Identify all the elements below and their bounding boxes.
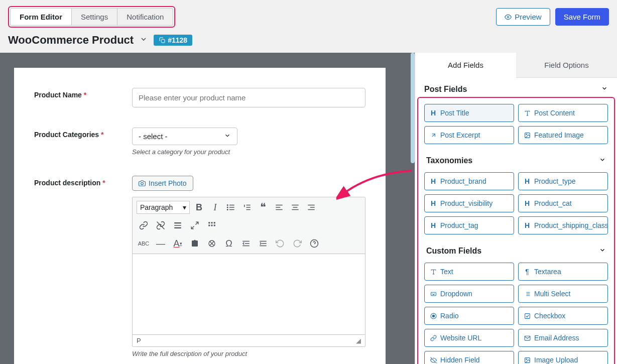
field-product-type[interactable]: HProduct_type [518, 172, 608, 190]
svg-rect-23 [174, 225, 181, 226]
text-icon [524, 109, 531, 116]
list-icon [524, 290, 531, 297]
readmore-button[interactable] [171, 218, 185, 232]
section-taxonomies[interactable]: Taxonomies [424, 151, 608, 172]
field-hidden-field[interactable]: Hidden Field [424, 351, 514, 364]
bold-button[interactable]: B [192, 200, 206, 214]
special-char-button[interactable]: Ω [222, 236, 236, 251]
tab-form-editor[interactable]: Form Editor [10, 8, 72, 26]
redo-button[interactable] [290, 236, 304, 251]
chevron-down-icon [599, 156, 606, 165]
svg-point-46 [526, 134, 527, 135]
preview-button[interactable]: Preview [496, 8, 550, 26]
tab-field-options[interactable]: Field Options [516, 53, 617, 78]
chevron-down-icon [224, 132, 231, 141]
svg-rect-27 [208, 222, 210, 223]
field-post-content[interactable]: Post Content [518, 104, 608, 122]
svg-rect-1 [162, 40, 165, 43]
blockquote-button[interactable]: ❝ [256, 200, 270, 214]
select-value: - select - [139, 132, 168, 141]
eye-icon [505, 14, 512, 21]
heading-icon: H [524, 178, 531, 185]
tab-add-fields[interactable]: Add Fields [415, 53, 516, 78]
svg-rect-28 [211, 222, 213, 223]
paragraph-select[interactable]: Paragraph▾ [137, 201, 190, 214]
field-dropdown[interactable]: Dropdown [424, 285, 514, 303]
field-email-address[interactable]: Email Address [518, 329, 608, 347]
link-icon [430, 334, 437, 341]
paste-text-button[interactable] [188, 236, 202, 251]
section-post-fields[interactable]: Post Fields [415, 78, 617, 96]
heading-icon: H [524, 200, 531, 207]
form-id-badge[interactable]: #1128 [154, 35, 192, 46]
text-icon [430, 268, 437, 275]
align-right-button[interactable] [304, 200, 318, 214]
tab-settings[interactable]: Settings [72, 8, 117, 26]
field-product-cat[interactable]: HProduct_cat [518, 194, 608, 212]
heading-icon: H [430, 178, 437, 185]
product-name-input[interactable] [132, 88, 365, 107]
field-post-excerpt[interactable]: Post Excerpt [424, 126, 514, 144]
resize-handle[interactable]: ◢ [356, 337, 361, 344]
unlink-button[interactable] [154, 218, 168, 232]
copy-icon [159, 37, 166, 44]
svg-rect-22 [174, 222, 181, 223]
title-dropdown-icon[interactable] [140, 35, 148, 45]
svg-point-6 [227, 205, 228, 206]
indent-button[interactable] [256, 236, 270, 251]
link-button[interactable] [137, 218, 151, 232]
ordered-list-button[interactable] [240, 200, 254, 214]
product-categories-select[interactable]: - select - [132, 128, 237, 145]
field-product-tag[interactable]: HProduct_tag [424, 216, 514, 234]
heading-icon: H [430, 222, 437, 229]
clear-format-button[interactable] [205, 236, 219, 251]
insert-photo-button[interactable]: Insert Photo [132, 176, 193, 191]
field-image-upload[interactable]: Image Upload [518, 351, 608, 364]
heading-icon: H [430, 200, 437, 207]
align-center-button[interactable] [288, 200, 302, 214]
toolbar-toggle-button[interactable] [205, 218, 219, 232]
chevron-down-icon [599, 247, 606, 256]
heading-icon: H [430, 109, 437, 116]
email-icon [524, 334, 531, 341]
image-icon [524, 356, 531, 363]
svg-point-2 [141, 182, 144, 185]
field-product-shipping-class[interactable]: HProduct_shipping_class [518, 216, 608, 234]
text-color-button[interactable]: A▾ [171, 236, 185, 251]
field-text[interactable]: Text [424, 263, 514, 281]
field-featured-image[interactable]: Featured Image [518, 126, 608, 144]
svg-line-44 [432, 134, 434, 136]
field-textarea[interactable]: ¶Textarea [518, 263, 608, 281]
field-radio[interactable]: Radio [424, 307, 514, 325]
svg-point-62 [526, 358, 527, 359]
field-checkbox[interactable]: Checkbox [518, 307, 608, 325]
product-name-label: Product Name * [34, 88, 132, 107]
italic-button[interactable]: I [208, 200, 222, 214]
help-button[interactable] [307, 236, 321, 251]
field-product-brand[interactable]: HProduct_brand [424, 172, 514, 190]
field-post-title[interactable]: HPost Title [424, 104, 514, 122]
undo-button[interactable] [273, 236, 287, 251]
svg-rect-58 [525, 313, 530, 318]
strikethrough-button[interactable]: ABC [137, 236, 151, 251]
field-product-visibility[interactable]: HProduct_visibility [424, 194, 514, 212]
align-left-button[interactable] [272, 200, 286, 214]
save-form-button[interactable]: Save Form [555, 8, 609, 26]
field-website-url[interactable]: Website URL [424, 329, 514, 347]
outdent-button[interactable] [239, 236, 253, 251]
section-custom-fields[interactable]: Custom Fields [424, 241, 608, 263]
hr-button[interactable]: — [154, 236, 168, 251]
insert-photo-label: Insert Photo [149, 179, 187, 187]
checkbox-icon [524, 312, 531, 319]
caret-down-icon: ▾ [183, 203, 186, 211]
bullet-list-button[interactable] [224, 200, 238, 214]
radio-icon [430, 312, 437, 319]
tab-notification[interactable]: Notification [117, 8, 173, 26]
hidden-icon [430, 356, 437, 363]
form-id-text: #1128 [168, 36, 187, 44]
field-multi-select[interactable]: Multi Select [518, 285, 608, 303]
editor-textarea[interactable] [133, 254, 365, 334]
canvas-scrollbar[interactable] [411, 53, 415, 163]
page-title: WooCommerce Product [8, 34, 134, 47]
fullscreen-button[interactable] [188, 218, 202, 232]
